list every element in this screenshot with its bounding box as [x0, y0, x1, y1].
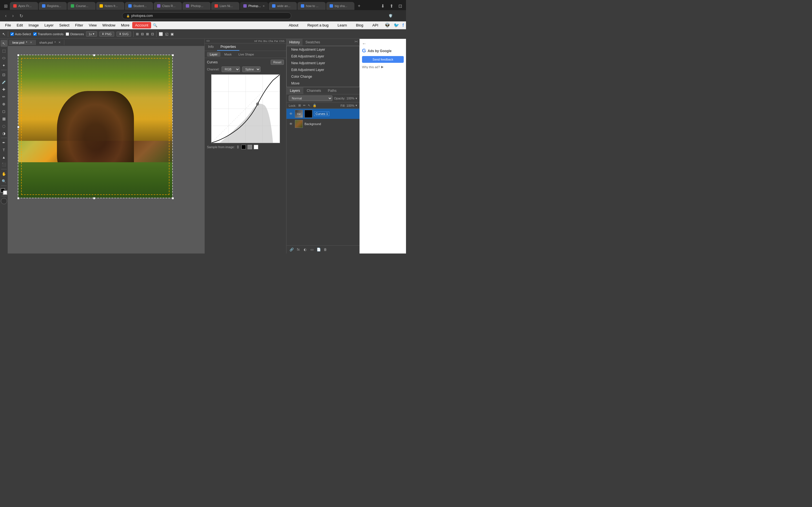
tool-move[interactable]: ↖ [1, 40, 7, 47]
reload-btn[interactable]: ↻ [18, 13, 25, 19]
history-item-6[interactable]: Move [287, 80, 359, 87]
menu-window[interactable]: Window [100, 22, 118, 29]
address-bar[interactable]: 🔒 photopea.com [122, 12, 291, 19]
collapse-left-icon[interactable]: <> [206, 40, 210, 43]
tool-eraser[interactable]: ◻ [1, 108, 7, 115]
lock-paint-icon[interactable]: ✏ [303, 104, 306, 107]
tool-paint-bucket[interactable]: ▲ [1, 154, 7, 161]
transform-handle-tl[interactable] [17, 54, 19, 56]
align-center-icon[interactable]: ⊟ [141, 32, 144, 36]
warp-icon[interactable]: ◱ [165, 32, 168, 36]
panel-pro-label[interactable]: Pro [258, 40, 262, 43]
curves-graph[interactable] [211, 74, 280, 143]
svg-btn[interactable]: ⬇ SVG [116, 32, 131, 37]
close-doc-shark[interactable]: ✕ [58, 41, 61, 44]
transform-controls-checkbox[interactable]: Transform controls [33, 33, 63, 36]
align-right-icon[interactable]: ⊠ [146, 32, 149, 36]
extensions-btn[interactable] [399, 15, 403, 16]
tab-notes[interactable]: Notes fr... [96, 2, 124, 10]
facebook-icon[interactable]: f [403, 23, 404, 28]
tab-howto[interactable]: how to ... [297, 2, 326, 10]
forward-btn[interactable]: › [10, 13, 15, 19]
menu-account[interactable]: Account [132, 22, 151, 29]
twitter-icon[interactable]: 🐦 [394, 22, 399, 28]
tab-properties[interactable]: Properties [217, 43, 239, 51]
sidebar-toggle[interactable]: ⊞ [2, 3, 9, 9]
history-item-1[interactable]: New Adjustment Layer [287, 46, 359, 53]
adjustment-icon[interactable]: ◐ [302, 247, 308, 252]
tab-classr[interactable]: Class R... [154, 2, 182, 10]
transform-handle-tc[interactable] [93, 54, 95, 56]
menu-view[interactable]: View [86, 22, 100, 29]
menu-layer[interactable]: Layer [42, 22, 57, 29]
curves-name[interactable]: Curves 1 [314, 112, 329, 116]
reddit-icon[interactable]: 👽 [385, 22, 390, 28]
send-feedback-btn[interactable]: Send feedback [362, 56, 404, 63]
panel-inf-label[interactable]: Inf [254, 40, 257, 43]
layers-tab-layers[interactable]: Layers [287, 87, 303, 94]
link-icon[interactable]: 🔗 [289, 247, 294, 252]
sample-grey[interactable] [248, 145, 252, 149]
tab-photop2[interactable]: Photop... ✕ [240, 2, 268, 10]
back-btn[interactable]: ‹ [3, 13, 8, 19]
panel-par-label[interactable]: Par [274, 40, 278, 43]
tab-widean[interactable]: wide an... [269, 2, 297, 10]
tool-eyedropper[interactable]: 💉 [1, 78, 7, 86]
eye-curves1[interactable]: 👁 [289, 112, 293, 116]
quick-mask-btn[interactable] [1, 198, 7, 204]
history-item-3[interactable]: New Adjustment Layer [287, 60, 359, 66]
download-btn[interactable]: ⬇ [379, 3, 386, 9]
panel-css-label[interactable]: CSS [279, 40, 285, 43]
distribute-icon[interactable]: ⊡ [151, 32, 154, 36]
panel-cha-label[interactable]: Cha [268, 40, 273, 43]
tool-hand[interactable]: ✋ [1, 170, 7, 177]
distances-input[interactable] [66, 33, 69, 36]
channel-select[interactable]: RGB Red Green Blue [221, 66, 240, 72]
lock-pixels-icon[interactable]: ⊞ [298, 104, 301, 107]
why-this-ad-link[interactable]: Why this ad? ▶ [362, 65, 404, 69]
tab-liamni[interactable]: Liam Ni... [211, 2, 239, 10]
share-btn[interactable]: ⬆ [388, 3, 395, 9]
new-tab-btn[interactable]: + [356, 3, 362, 9]
tool-select[interactable]: ⬚ [1, 47, 7, 54]
tool-heal[interactable]: ✚ [1, 86, 7, 93]
history-item-4[interactable]: Edit Adjustment Layer [287, 66, 359, 73]
group-icon[interactable]: ▭ [309, 247, 315, 252]
tab-bigsha[interactable]: big sha... [326, 2, 354, 10]
menu-report-bug[interactable]: Report a bug [305, 22, 331, 29]
tab-apex[interactable]: Apex Fr... [10, 2, 38, 10]
tool-zoom[interactable]: 🔍 [1, 178, 7, 184]
menu-file[interactable]: File [2, 22, 14, 29]
sample-black[interactable] [241, 145, 246, 149]
tab-registra[interactable]: Registra... [39, 2, 67, 10]
effects-icon[interactable]: fx [296, 247, 301, 252]
sample-arrows-icon[interactable]: ⇕ [236, 145, 240, 149]
subtab-live-shape[interactable]: Live Shape [236, 52, 257, 57]
panel-menu-btn[interactable]: >< [353, 39, 359, 46]
transform-controls-input[interactable] [33, 33, 37, 36]
tab-photop1[interactable]: Photop... [183, 2, 211, 10]
history-item-2[interactable]: Edit Adjustment Layer [287, 53, 359, 60]
tab-info[interactable]: Info [205, 43, 217, 51]
arrange-icon[interactable]: ▣ [170, 32, 174, 36]
history-item-5[interactable]: Color Change [287, 73, 359, 80]
menu-image[interactable]: Image [26, 22, 42, 29]
tab-swatches[interactable]: Swatches [303, 39, 323, 46]
tab-course[interactable]: Course... [67, 2, 96, 10]
reset-btn[interactable]: Reset [271, 60, 284, 65]
transform-handle-br[interactable] [172, 197, 174, 200]
doc-tab-bear[interactable]: bear.psd * ✕ [9, 40, 36, 45]
spline-select[interactable]: Spline Linear [242, 66, 260, 72]
tool-crop[interactable]: ⊡ [1, 71, 7, 78]
menu-select[interactable]: Select [56, 22, 72, 29]
delete-layer-icon[interactable]: 🗑 [322, 247, 328, 252]
eye-background[interactable]: 👁 [289, 122, 293, 126]
menu-more[interactable]: More [118, 22, 132, 29]
menu-about[interactable]: About [286, 22, 301, 29]
tool-dodge[interactable]: ◑ [1, 130, 7, 136]
tool-type[interactable]: T [1, 147, 7, 153]
subtab-mask[interactable]: Mask [221, 52, 235, 57]
tool-pen[interactable]: ✒ [1, 139, 7, 146]
menu-edit[interactable]: Edit [14, 22, 26, 29]
lock-move-icon[interactable]: ↖ [308, 104, 310, 107]
